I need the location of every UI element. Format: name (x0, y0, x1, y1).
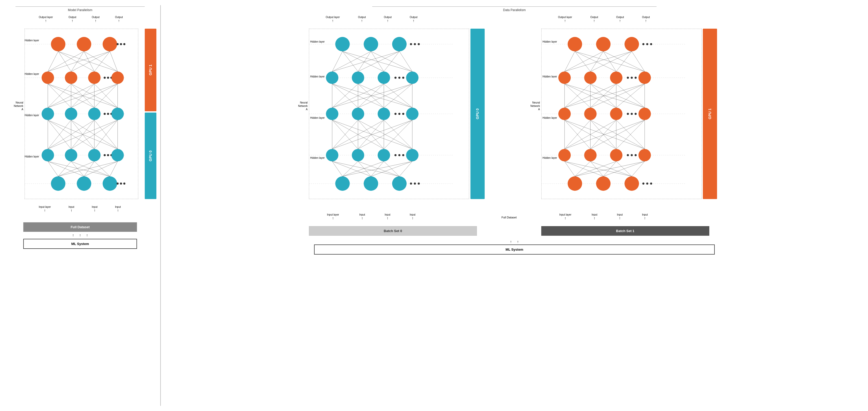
svg-point-246 (634, 154, 637, 156)
svg-line-209 (575, 52, 590, 71)
svg-point-199 (558, 71, 571, 84)
svg-line-217 (632, 52, 645, 71)
svg-point-109 (398, 77, 400, 79)
svg-point-102 (410, 43, 412, 45)
svg-line-185 (358, 161, 399, 176)
svg-point-172 (392, 176, 407, 191)
svg-line-180 (332, 161, 371, 176)
svg-line-208 (564, 52, 632, 71)
svg-point-108 (395, 77, 397, 79)
svg-line-22 (71, 52, 84, 71)
svg-line-115 (342, 52, 358, 71)
svg-line-278 (564, 161, 632, 176)
svg-point-201 (610, 71, 622, 84)
input-layer-r1: Input layer (559, 213, 571, 216)
svg-point-31 (65, 108, 77, 120)
svg-point-150 (395, 154, 397, 156)
svg-point-264 (568, 176, 582, 191)
svg-point-269 (650, 182, 652, 184)
svg-line-186 (384, 161, 399, 176)
svg-point-101 (392, 37, 407, 52)
svg-point-125 (352, 108, 364, 120)
svg-point-130 (406, 108, 418, 120)
svg-line-207 (564, 52, 603, 71)
output-r1-1: Output (590, 16, 598, 19)
svg-point-175 (418, 182, 420, 184)
svg-point-14 (104, 77, 106, 79)
data-parallelism-title: Data Parallelism (372, 6, 656, 12)
svg-point-197 (646, 43, 648, 45)
svg-point-32 (88, 108, 100, 120)
svg-point-195 (624, 37, 639, 52)
svg-point-100 (364, 37, 378, 52)
svg-line-20 (48, 52, 110, 71)
svg-line-21 (58, 52, 71, 71)
svg-line-176 (332, 161, 342, 176)
svg-point-204 (634, 77, 637, 79)
svg-point-147 (326, 149, 338, 161)
svg-line-91 (71, 161, 110, 176)
svg-line-206 (564, 52, 575, 71)
svg-point-247 (639, 149, 651, 161)
svg-point-221 (627, 113, 629, 115)
svg-point-104 (418, 43, 420, 45)
svg-point-267 (642, 182, 644, 184)
svg-point-219 (584, 108, 597, 120)
svg-line-23 (71, 52, 110, 71)
svg-point-17 (112, 71, 124, 84)
svg-line-92 (94, 161, 110, 176)
output-r0-2: Output (384, 16, 392, 19)
svg-line-113 (332, 52, 371, 71)
svg-point-218 (558, 108, 571, 120)
output-layer-label-r1: Output layer (558, 16, 572, 19)
svg-point-171 (364, 176, 378, 191)
svg-point-103 (414, 43, 416, 45)
svg-point-128 (398, 113, 400, 115)
svg-point-152 (402, 154, 404, 156)
gpu1-bar-r: GPU 1 (703, 29, 717, 199)
nn-label-left: Neural Network A (12, 101, 23, 111)
svg-line-18 (48, 52, 58, 71)
svg-point-148 (352, 149, 364, 161)
svg-point-220 (610, 108, 622, 120)
svg-point-33 (104, 113, 106, 115)
svg-line-27 (58, 52, 118, 71)
svg-line-123 (399, 52, 412, 71)
batch0-box: Batch Set 0 (309, 226, 477, 236)
svg-point-7 (103, 37, 117, 52)
svg-point-36 (112, 108, 124, 120)
svg-point-149 (378, 149, 390, 161)
svg-point-15 (107, 77, 109, 79)
output-label-2-left: Output (92, 16, 99, 19)
svg-point-111 (406, 71, 418, 84)
svg-point-224 (639, 108, 651, 120)
svg-point-242 (584, 149, 597, 161)
input-layer-r0: Input layer (327, 213, 339, 216)
svg-point-55 (88, 149, 100, 161)
nn-label-r1: NeuralNetworkA (528, 101, 540, 111)
svg-point-105 (326, 71, 338, 84)
svg-line-114 (332, 52, 399, 71)
model-parallelism-title: Model Parallelism (16, 6, 145, 12)
svg-point-243 (610, 149, 622, 161)
svg-point-81 (123, 182, 125, 184)
svg-line-112 (332, 52, 342, 71)
input-label-1-left: Input (68, 205, 74, 208)
svg-point-265 (596, 176, 611, 191)
svg-point-170 (335, 176, 350, 191)
input-label-2-left: Input (92, 205, 97, 208)
nn-label-r0: NeuralNetworkA (296, 101, 308, 111)
svg-point-198 (650, 43, 652, 45)
svg-point-10 (123, 43, 125, 45)
svg-point-13 (88, 71, 100, 84)
svg-point-12 (65, 71, 77, 84)
svg-point-244 (627, 154, 629, 156)
svg-line-29 (110, 52, 118, 71)
svg-point-205 (639, 71, 651, 84)
svg-point-59 (112, 149, 124, 161)
svg-line-279 (590, 161, 632, 176)
svg-point-56 (104, 154, 106, 156)
input-layer-label-left: Input layer (39, 205, 51, 208)
output-r1-2: Output (616, 16, 624, 19)
gpu0-bar-left: GPU 0 (145, 112, 156, 199)
